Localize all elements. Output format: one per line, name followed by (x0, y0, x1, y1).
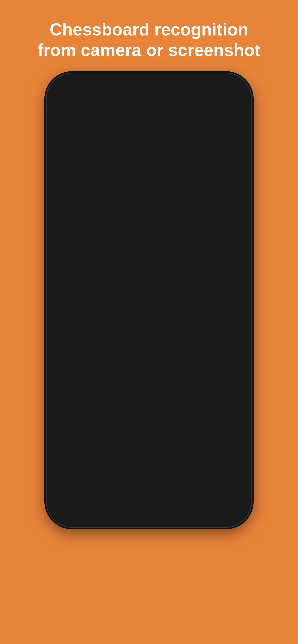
taskbar-dot2: ⬤ (160, 402, 164, 406)
svg-text:♖: ♖ (159, 375, 171, 390)
aoc-label: AOC (51, 393, 247, 401)
settings-icon[interactable]: ⚙ (219, 120, 226, 129)
taskbar-icon-green (146, 402, 150, 406)
svg-text:f: f (180, 388, 181, 393)
svg-text:♙: ♙ (205, 352, 218, 367)
motion-icon[interactable]: ⚡ (72, 120, 82, 129)
side-panel: Cal Rk (237, 206, 247, 393)
nav-bar: ◀ ● ■ (51, 499, 247, 520)
confirm-button[interactable]: ✓ (230, 99, 237, 109)
svg-text:♙: ♙ (65, 352, 78, 367)
recents-button[interactable]: ■ (203, 505, 207, 514)
icon-bar: ⚡ ✗ 👤 ⊕ ⚙ (51, 114, 247, 134)
camera-controls: ✕ ◉ ⟳ ✕ (51, 451, 247, 499)
wifi-icon: ▲ (218, 83, 224, 90)
svg-rect-25 (83, 276, 107, 300)
svg-text:a: a (63, 388, 66, 393)
svg-rect-6 (200, 206, 224, 230)
svg-rect-4 (153, 206, 177, 230)
svg-text:♟: ♟ (159, 282, 171, 297)
svg-rect-2 (106, 206, 130, 230)
taskbar-icon-red (134, 402, 138, 406)
camera-view: lichessyards (51, 156, 247, 451)
svg-rect-20 (153, 253, 177, 276)
status-bar: 9:31 ⊙ ▲ ▲ ▮ (51, 80, 247, 93)
svg-rect-93 (60, 206, 61, 213)
browser-url: lichessyards (54, 201, 72, 205)
action-label: Action (214, 137, 231, 144)
flash-icon[interactable]: ✗ (111, 120, 117, 129)
svg-text:♝: ♝ (112, 235, 124, 250)
shutter-button[interactable] (137, 463, 161, 487)
target-icon[interactable]: ⊕ (184, 120, 190, 129)
status-left: 9:31 ⊙ (61, 83, 81, 90)
action-close-button[interactable]: ✕ (234, 137, 240, 144)
svg-text:♙: ♙ (89, 352, 101, 367)
battery-icon: ▮ (234, 83, 237, 90)
taskbar-dot: ⬤ (154, 402, 158, 406)
svg-text:♙: ♙ (182, 352, 195, 367)
hero-title: Chessboard recognitionfrom camera or scr… (19, 0, 279, 72)
svg-rect-34 (106, 300, 130, 323)
svg-rect-29 (177, 276, 200, 300)
svg-rect-13 (177, 230, 200, 253)
svg-rect-11 (130, 230, 154, 253)
svg-rect-43 (130, 323, 154, 347)
svg-text:c: c (110, 388, 112, 393)
svg-text:♜: ♜ (65, 211, 78, 227)
taskbar: ⬤ ⬤ (51, 401, 247, 408)
status-right: ▲ ▲ ▮ (218, 83, 237, 90)
svg-rect-40 (60, 323, 83, 347)
svg-rect-52 (153, 346, 177, 370)
svg-rect-17 (83, 253, 107, 276)
svg-rect-8 (60, 230, 83, 253)
svg-text:♖: ♖ (112, 375, 124, 390)
phone-screen: 9:31 ⊙ ▲ ▲ ▮ ✕ Crop chessboard ✓ ⚡ ✗ 👤 ⊕… (51, 80, 247, 520)
svg-text:♜: ♜ (182, 211, 195, 227)
svg-rect-38 (200, 300, 224, 323)
chessboard-area: ♜ ♛ ♜ ♚ ♟ ♝ ♟ ♟ ♞ ♟ (60, 206, 247, 393)
browser-bar: lichessyards (51, 200, 247, 206)
svg-rect-62 (200, 370, 224, 394)
svg-rect-32 (60, 300, 83, 323)
svg-rect-51 (130, 346, 154, 370)
svg-rect-14 (200, 230, 224, 253)
svg-text:d: d (133, 388, 136, 393)
svg-text:b: b (87, 388, 89, 393)
notch-area (128, 83, 171, 90)
svg-text:e: e (157, 388, 159, 393)
taskbar-icon-blue (140, 402, 144, 406)
cancel-right-button[interactable]: ✕ (210, 466, 230, 485)
mode-button[interactable]: ◉ (103, 466, 122, 485)
svg-text:♞: ♞ (112, 282, 124, 297)
action-bar: Action ✕ (51, 134, 247, 148)
svg-text:♟: ♟ (89, 235, 101, 250)
svg-rect-33 (83, 300, 107, 323)
svg-text:♘: ♘ (182, 304, 195, 320)
crop-toolbar: ✕ Crop chessboard ✓ (51, 93, 247, 114)
svg-text:♟: ♟ (135, 282, 148, 297)
home-button[interactable]: ● (147, 505, 152, 514)
person-icon[interactable]: 👤 (145, 120, 155, 129)
close-button[interactable]: ✕ (61, 99, 68, 109)
flip-camera-button[interactable]: ⟳ (176, 466, 195, 485)
back-button[interactable]: ◀ (91, 505, 97, 514)
svg-rect-1 (83, 206, 107, 230)
status-icon: ⊙ (76, 83, 81, 90)
svg-text:♟: ♟ (65, 258, 78, 274)
svg-rect-46 (200, 323, 224, 347)
side-panel-text: Cal Rk (239, 298, 245, 302)
svg-rect-19 (130, 253, 154, 276)
svg-rect-24 (60, 276, 83, 300)
svg-rect-35 (130, 300, 154, 323)
svg-rect-97 (60, 386, 61, 393)
svg-rect-50 (106, 346, 130, 370)
svg-rect-18 (106, 253, 130, 276)
board-wrapper: ♜ ♛ ♜ ♚ ♟ ♝ ♟ ♟ ♞ ♟ (51, 206, 247, 393)
svg-text:♟: ♟ (205, 258, 218, 274)
svg-rect-12 (153, 230, 177, 253)
svg-rect-30 (200, 276, 224, 300)
cancel-left-button[interactable]: ✕ (68, 466, 88, 485)
chessboard-svg: ♜ ♛ ♜ ♚ ♟ ♝ ♟ ♟ ♞ ♟ (60, 206, 247, 393)
svg-text:♛: ♛ (135, 211, 148, 227)
